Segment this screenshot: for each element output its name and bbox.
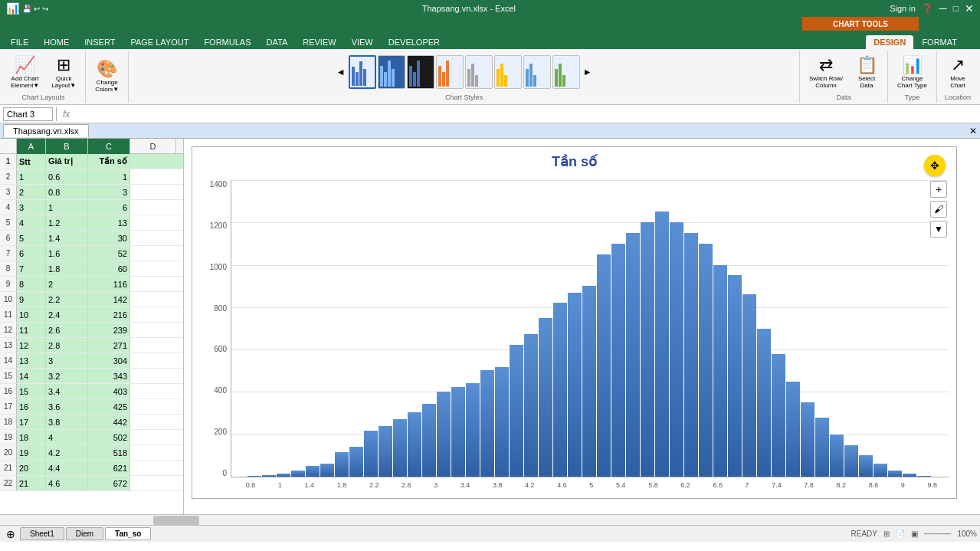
select-data-btn[interactable]: 📋 SelectData	[851, 52, 883, 92]
tab-file[interactable]: FILE	[3, 35, 36, 49]
chart-bar[interactable]	[626, 233, 640, 477]
chart-style-4[interactable]	[436, 55, 464, 89]
table-cell[interactable]: 239	[88, 323, 130, 337]
chart-bar[interactable]	[917, 476, 931, 477]
chart-bar[interactable]	[859, 455, 873, 477]
chart-bar[interactable]	[830, 435, 844, 477]
styles-scroll-left[interactable]: ◄	[335, 67, 347, 77]
help-icon[interactable]: ❓	[922, 3, 933, 14]
chart-bar[interactable]	[728, 275, 742, 477]
table-cell[interactable]: 4.6	[46, 476, 88, 490]
table-cell[interactable]: 1.6	[46, 246, 88, 261]
sheet-tab-diem[interactable]: Diem	[66, 527, 103, 540]
tab-design[interactable]: DESIGN	[866, 35, 913, 49]
table-cell[interactable]: 30	[88, 231, 130, 245]
col-header-d[interactable]: D	[130, 139, 176, 154]
chart-bar[interactable]	[422, 404, 436, 477]
table-cell[interactable]: 116	[88, 277, 130, 291]
chart-bar[interactable]	[684, 233, 698, 477]
tab-home[interactable]: HOME	[36, 35, 77, 49]
tab-data[interactable]: DATA	[259, 35, 296, 49]
chart-bar[interactable]	[801, 402, 814, 477]
chart-bar[interactable]	[786, 382, 800, 477]
quick-layout-btn[interactable]: ⊞ QuickLayout▼	[47, 52, 80, 92]
chart-options-circle[interactable]: ✥	[924, 155, 946, 176]
tab-view[interactable]: VIEW	[344, 35, 381, 49]
chart-bar[interactable]	[306, 466, 320, 477]
chart-bar[interactable]	[772, 354, 785, 477]
table-cell[interactable]: 621	[88, 461, 130, 475]
zoom-bar[interactable]: ─────	[924, 530, 951, 538]
chart-bar[interactable]	[364, 431, 378, 477]
table-cell[interactable]: 3	[17, 200, 46, 215]
chart-bar[interactable]	[510, 345, 523, 477]
chart-bar[interactable]	[670, 222, 683, 477]
close-btn[interactable]: ✕	[965, 2, 974, 15]
chart-bar[interactable]	[597, 254, 611, 477]
restore-btn[interactable]: □	[953, 3, 959, 14]
chart-bar[interactable]	[641, 222, 654, 477]
table-cell[interactable]: 3.2	[46, 369, 88, 383]
tab-developer[interactable]: DEVELOPER	[381, 35, 447, 49]
table-cell[interactable]: Giá trị	[46, 154, 88, 169]
name-box[interactable]	[3, 107, 53, 121]
table-cell[interactable]: 3.6	[46, 399, 88, 414]
table-cell[interactable]: 3.8	[46, 415, 88, 429]
table-cell[interactable]: 2.4	[46, 307, 88, 322]
table-cell[interactable]: 19	[17, 445, 46, 460]
chart-bar[interactable]	[247, 476, 261, 477]
chart-bar[interactable]	[888, 471, 902, 477]
chart-plus-btn[interactable]: +	[930, 181, 947, 198]
tab-formulas[interactable]: FORMULAS	[196, 35, 258, 49]
minimize-btn[interactable]: ─	[939, 2, 947, 15]
table-cell[interactable]: 20	[17, 461, 46, 475]
table-cell[interactable]: 6	[88, 200, 130, 215]
chart-style-6[interactable]	[494, 55, 522, 89]
sheet-tab-tan-so[interactable]: Tan_so	[105, 527, 151, 540]
sign-in[interactable]: Sign in	[890, 4, 916, 13]
horizontal-scrollbar[interactable]	[0, 514, 980, 525]
chart-bar[interactable]	[757, 329, 771, 477]
table-cell[interactable]: 5	[17, 231, 46, 245]
chart-bar[interactable]	[655, 212, 669, 477]
chart-style-3[interactable]	[407, 55, 434, 89]
sheet-tab-sheet1[interactable]: Sheet1	[20, 527, 64, 540]
tab-review[interactable]: REVIEW	[295, 35, 343, 49]
table-cell[interactable]: 3	[88, 185, 130, 199]
chart-bar[interactable]	[495, 367, 509, 477]
formula-input[interactable]	[76, 110, 977, 119]
chart-bar[interactable]	[393, 419, 407, 477]
table-cell[interactable]: 4	[46, 430, 88, 444]
table-cell[interactable]: 52	[88, 246, 130, 261]
table-cell[interactable]: 12	[17, 338, 46, 353]
table-cell[interactable]: 2.2	[46, 292, 88, 307]
chart-style-2[interactable]	[378, 55, 405, 89]
table-cell[interactable]: 2	[46, 277, 88, 291]
table-cell[interactable]: 15	[17, 384, 46, 398]
chart-bar[interactable]	[873, 464, 887, 477]
switch-row-column-btn[interactable]: ⇄ Switch Row/Column	[805, 52, 847, 92]
view-break[interactable]: ▣	[911, 530, 918, 538]
chart-bar[interactable]	[480, 370, 494, 477]
table-cell[interactable]: 7	[17, 261, 46, 276]
table-cell[interactable]: 425	[88, 399, 130, 414]
tab-insert[interactable]: INSERT	[77, 35, 123, 49]
table-cell[interactable]: 11	[17, 323, 46, 337]
table-cell[interactable]: 9	[17, 292, 46, 307]
table-cell[interactable]: 304	[88, 353, 130, 368]
chart-bar[interactable]	[582, 286, 596, 477]
chart-bar[interactable]	[320, 464, 334, 477]
chart-bar[interactable]	[262, 475, 276, 477]
col-header-c[interactable]: C	[88, 139, 130, 154]
chart-bar[interactable]	[349, 447, 363, 477]
chart-bar[interactable]	[903, 474, 916, 477]
table-cell[interactable]: 4	[17, 215, 46, 230]
table-cell[interactable]: 1.2	[46, 215, 88, 230]
styles-scroll-right[interactable]: ►	[582, 67, 594, 77]
chart-style-5[interactable]	[465, 55, 493, 89]
table-cell[interactable]: 10	[17, 307, 46, 322]
tab-format[interactable]: FORMAT	[914, 35, 965, 49]
chart-bar[interactable]	[742, 294, 756, 477]
table-cell[interactable]: 271	[88, 338, 130, 353]
file-tab[interactable]: Thapsang.vn.xlsx	[3, 124, 89, 137]
